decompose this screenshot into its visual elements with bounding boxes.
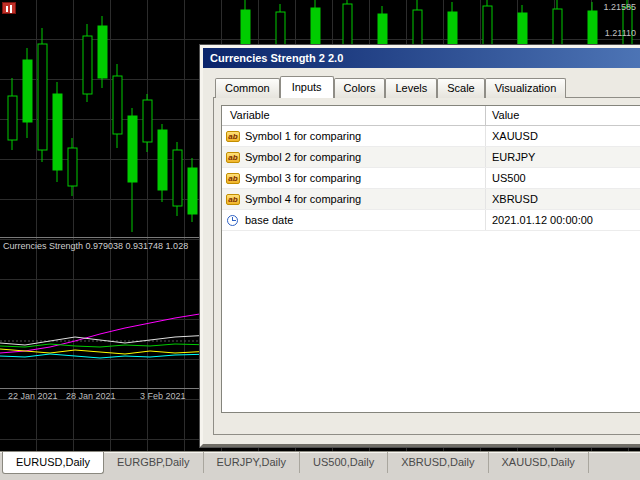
table-row[interactable]: ab Symbol 2 for comparing EURJPY: [222, 147, 640, 168]
string-param-icon: ab: [226, 131, 240, 142]
chart-tab-eurjpy[interactable]: EURJPY,Daily: [204, 452, 301, 473]
time-axis-label: 28 Jan 2021: [66, 391, 116, 401]
string-param-icon: ab: [226, 152, 240, 163]
variable-value[interactable]: 2021.01.12 00:00:00: [486, 214, 640, 226]
table-row[interactable]: base date 2021.01.12 00:00:00: [222, 210, 640, 231]
chart-tab-us500[interactable]: US500,Daily: [300, 452, 388, 473]
variable-name: Symbol 2 for comparing: [245, 151, 361, 163]
string-param-icon: ab: [226, 194, 240, 205]
chart-tab-xbrusd[interactable]: XBRUSD,Daily: [388, 452, 488, 473]
string-param-icon: ab: [226, 173, 240, 184]
chart-tab-xauusd[interactable]: XAUUSD,Daily: [489, 452, 589, 473]
tab-inputs[interactable]: Inputs: [280, 76, 334, 98]
time-axis-label: 22 Jan 2021: [8, 391, 58, 401]
variable-value[interactable]: US500: [486, 172, 640, 184]
chart-window-icon: [2, 2, 16, 14]
tab-scale[interactable]: Scale: [437, 78, 485, 98]
time-axis-label: 3 Feb 2021: [140, 391, 186, 401]
mt4-window: 1.21585 1.21110 Currencies Strength 0.97…: [0, 0, 640, 480]
dialog-title: Currencies Strength 2 2.0: [210, 52, 343, 64]
variable-name: Symbol 1 for comparing: [245, 130, 361, 142]
inputs-table-header: Variable Value: [222, 106, 640, 126]
column-header-value[interactable]: Value: [486, 106, 640, 125]
dialog-body: Common Inputs Colors Levels Scale Visual…: [203, 68, 640, 444]
indicator-lines: [0, 312, 212, 358]
variable-name: base date: [245, 214, 293, 226]
indicator-title: Currencies Strength 0.979038 0.931748 1.…: [3, 241, 188, 251]
dialog-titlebar[interactable]: Currencies Strength 2 2.0: [203, 48, 640, 68]
chart-tab-eurgbp[interactable]: EURGBP,Daily: [104, 452, 204, 473]
variable-name: Symbol 3 for comparing: [245, 172, 361, 184]
chart-tab-bar: EURUSD,Daily EURGBP,Daily EURJPY,Daily U…: [0, 451, 640, 480]
price-axis-label: 1.21110: [605, 28, 636, 38]
table-row[interactable]: ab Symbol 3 for comparing US500: [222, 168, 640, 189]
table-row[interactable]: ab Symbol 1 for comparing XAUUSD: [222, 126, 640, 147]
variable-name: Symbol 4 for comparing: [245, 193, 361, 205]
indicator-properties-dialog: Currencies Strength 2 2.0 Common Inputs …: [200, 45, 640, 447]
table-row[interactable]: ab Symbol 4 for comparing XBRUSD: [222, 189, 640, 210]
dialog-tabs: Common Inputs Colors Levels Scale Visual…: [213, 76, 640, 98]
inputs-table: Variable Value ab Symbol 1 for comparing…: [221, 105, 640, 413]
variable-value[interactable]: XAUUSD: [486, 130, 640, 142]
price-axis-label: 1.21585: [603, 2, 636, 12]
variable-value[interactable]: EURJPY: [486, 151, 640, 163]
tab-visualization[interactable]: Visualization: [485, 78, 567, 98]
variable-value[interactable]: XBRUSD: [486, 193, 640, 205]
tab-colors[interactable]: Colors: [334, 78, 386, 98]
tab-levels[interactable]: Levels: [385, 78, 437, 98]
chart-tab-eurusd[interactable]: EURUSD,Daily: [2, 452, 104, 474]
column-header-variable[interactable]: Variable: [222, 106, 486, 125]
clock-icon: [227, 215, 238, 226]
tab-common[interactable]: Common: [215, 78, 280, 98]
inputs-tab-panel: Variable Value ab Symbol 1 for comparing…: [213, 97, 640, 435]
